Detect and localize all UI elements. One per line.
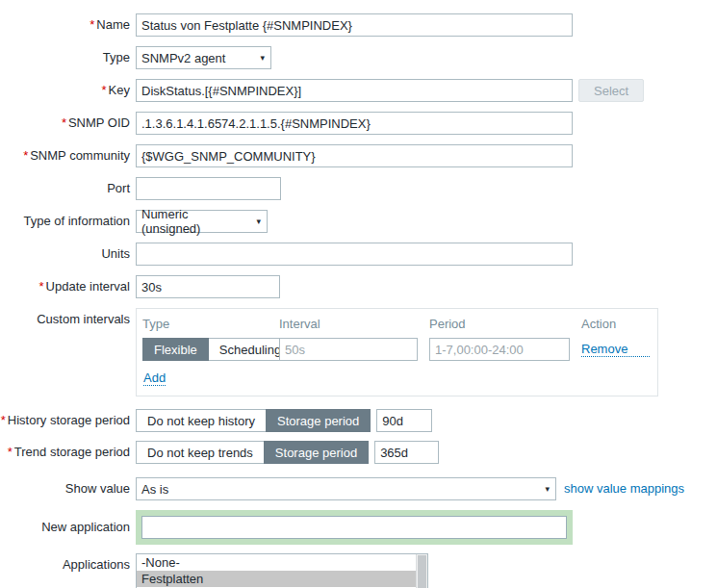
applications-option-festplatten[interactable]: Festplatten bbox=[137, 571, 417, 587]
snmp-community-input[interactable] bbox=[136, 144, 573, 167]
name-input[interactable] bbox=[136, 13, 573, 37]
type-of-information-select[interactable]: Numeric (unsigned) ▾ bbox=[136, 210, 268, 233]
required-asterisk: * bbox=[23, 148, 28, 163]
custom-intervals-label: Custom intervals bbox=[0, 308, 136, 326]
row-snmp-community: *SNMP community bbox=[0, 144, 717, 167]
snmp-oid-input[interactable] bbox=[136, 112, 573, 135]
key-select-button[interactable]: Select bbox=[578, 79, 644, 102]
intervals-header-period: Period bbox=[429, 317, 576, 338]
applications-listbox[interactable]: -None- Festplatten System bbox=[136, 553, 428, 588]
row-new-application: New application bbox=[0, 510, 717, 545]
intervals-header-action: Action bbox=[581, 317, 650, 338]
snmp-community-label: *SNMP community bbox=[0, 144, 136, 163]
type-select-value: SNMPv2 agent bbox=[141, 51, 225, 65]
required-asterisk: * bbox=[38, 279, 43, 294]
history-storage-input[interactable] bbox=[376, 409, 432, 432]
trend-storage-input[interactable] bbox=[374, 441, 439, 464]
required-asterisk: * bbox=[102, 83, 107, 97]
row-show-value: Show value As is ▾ show value mappings bbox=[0, 477, 717, 500]
show-value-label: Show value bbox=[0, 477, 136, 496]
period-input[interactable] bbox=[429, 338, 570, 361]
listbox-scrollbar-thumb[interactable] bbox=[418, 555, 426, 588]
row-units: Units bbox=[0, 243, 717, 266]
units-input[interactable] bbox=[136, 243, 573, 266]
history-storage-label: *History storage period bbox=[0, 409, 136, 427]
type-of-information-value: Numeric (unsigned) bbox=[141, 207, 248, 236]
units-label: Units bbox=[0, 243, 136, 261]
do-not-keep-trends-button[interactable]: Do not keep trends bbox=[136, 441, 265, 464]
history-storage-segmented-control: Do not keep history Storage period bbox=[136, 409, 371, 432]
new-application-highlight bbox=[136, 510, 573, 545]
update-interval-input[interactable] bbox=[136, 275, 280, 298]
show-value-mappings-link[interactable]: show value mappings bbox=[564, 477, 684, 496]
show-value-select[interactable]: As is ▾ bbox=[136, 477, 556, 500]
row-key: *Key Select bbox=[0, 79, 717, 102]
custom-intervals-box: Type Interval Period Action Flexible Sch… bbox=[136, 308, 658, 396]
intervals-header-type: Type bbox=[142, 317, 273, 338]
required-asterisk: * bbox=[8, 445, 13, 459]
row-applications: Applications -None- Festplatten System bbox=[0, 553, 717, 588]
update-interval-label: *Update interval bbox=[0, 275, 136, 294]
port-label: Port bbox=[0, 177, 136, 195]
required-asterisk: * bbox=[1, 413, 6, 427]
remove-interval-link[interactable]: Remove bbox=[581, 342, 650, 357]
applications-option-none[interactable]: -None- bbox=[137, 554, 417, 571]
dropdown-arrow-icon: ▾ bbox=[260, 53, 265, 63]
interval-input[interactable] bbox=[279, 338, 418, 361]
row-update-interval: *Update interval bbox=[0, 275, 717, 298]
trend-storage-segmented-control: Do not keep trends Storage period bbox=[136, 441, 369, 464]
key-input[interactable] bbox=[136, 79, 573, 102]
interval-type-flexible-button[interactable]: Flexible bbox=[142, 338, 209, 361]
do-not-keep-history-button[interactable]: Do not keep history bbox=[136, 409, 267, 432]
history-storage-period-button[interactable]: Storage period bbox=[266, 409, 371, 432]
port-input[interactable] bbox=[136, 177, 281, 200]
row-type-of-information: Type of information Numeric (unsigned) ▾ bbox=[0, 210, 717, 233]
type-of-information-label: Type of information bbox=[0, 210, 136, 228]
row-history-storage: *History storage period Do not keep hist… bbox=[0, 409, 717, 432]
add-interval-link[interactable]: Add bbox=[143, 371, 166, 386]
type-label: Type bbox=[0, 46, 136, 64]
row-custom-intervals: Custom intervals Type Interval Period Ac… bbox=[0, 308, 717, 396]
type-select[interactable]: SNMPv2 agent ▾ bbox=[136, 46, 271, 69]
name-label: *Name bbox=[0, 13, 136, 32]
show-value-value: As is bbox=[141, 482, 168, 497]
row-trend-storage: *Trend storage period Do not keep trends… bbox=[0, 441, 717, 464]
trend-storage-label: *Trend storage period bbox=[0, 441, 136, 459]
new-application-input[interactable] bbox=[141, 516, 567, 539]
dropdown-arrow-icon: ▾ bbox=[256, 217, 261, 226]
applications-label: Applications bbox=[0, 553, 136, 572]
snmp-oid-label: *SNMP OID bbox=[0, 112, 136, 130]
dropdown-arrow-icon: ▾ bbox=[545, 484, 550, 494]
interval-type-segmented-control: Flexible Scheduling bbox=[142, 338, 273, 361]
required-asterisk: * bbox=[62, 115, 66, 130]
row-name: *Name bbox=[0, 13, 717, 37]
new-application-label: New application bbox=[0, 510, 136, 534]
row-snmp-oid: *SNMP OID bbox=[0, 112, 717, 135]
row-port: Port bbox=[0, 177, 717, 200]
key-label: *Key bbox=[0, 79, 136, 97]
required-asterisk: * bbox=[90, 17, 94, 32]
row-type: Type SNMPv2 agent ▾ bbox=[0, 46, 717, 69]
trend-storage-period-button[interactable]: Storage period bbox=[264, 441, 369, 464]
listbox-scrollbar[interactable] bbox=[416, 554, 427, 588]
item-configuration-form: *Name Type SNMPv2 agent ▾ *Key Select *S… bbox=[0, 0, 717, 588]
intervals-header-interval: Interval bbox=[279, 317, 423, 338]
